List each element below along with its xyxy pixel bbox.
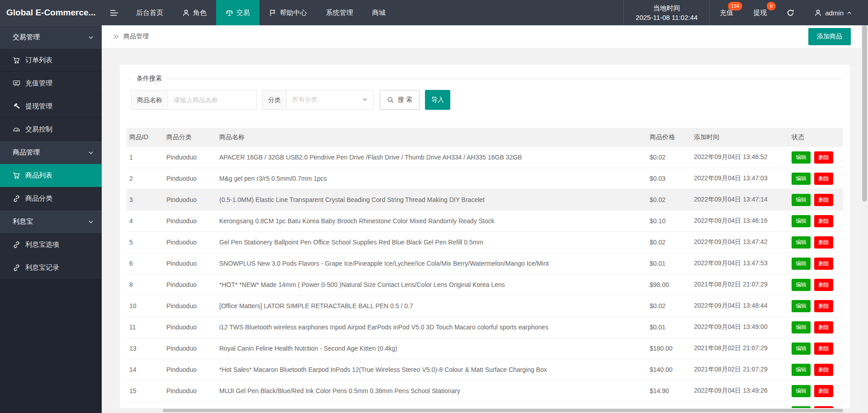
cell-product-price: $0.01 [647, 317, 691, 338]
section-interest-treasure[interactable]: 利息宝 [0, 210, 102, 233]
menu-order-list-label: 订单列表 [25, 56, 52, 65]
edit-button[interactable]: 编辑 [792, 151, 811, 164]
search-legend: 条件搜索 [132, 75, 166, 83]
delete-button[interactable]: 删除 [814, 173, 833, 185]
delete-button[interactable]: 删除 [814, 385, 833, 397]
cell-product-name: Royal Canin Feline Health Nutrition - Se… [217, 338, 647, 359]
menu-product-list[interactable]: 商品列表 [0, 164, 102, 187]
nav-dashboard-label: 后台首页 [136, 9, 163, 17]
menu-order-list[interactable]: 订单列表 [0, 49, 102, 72]
menu-recharge-management[interactable]: 充值管理 [0, 72, 102, 95]
nav-system[interactable]: 系统管理 [316, 0, 363, 25]
section-product-management[interactable]: 商品管理 [0, 141, 102, 164]
topbar: Global E-Commerce... 后台首页角色交易帮助中心系统管理商城 … [0, 0, 868, 25]
cell-product-price: $0.10 [647, 211, 691, 232]
edit-button[interactable]: 编辑 [792, 258, 811, 270]
edit-button[interactable]: 编辑 [792, 173, 811, 185]
edit-button[interactable]: 编辑 [792, 279, 811, 291]
cell-added-time: 2022年09月04日 13:49:26 [691, 380, 789, 402]
recharge-link[interactable]: 充值 134 [710, 0, 743, 25]
menu-interest-records[interactable]: 利息宝记录 [0, 256, 102, 279]
delete-button[interactable]: 删除 [814, 258, 833, 270]
search-button[interactable]: 搜 索 [380, 90, 420, 110]
user-name: admin [825, 9, 844, 17]
cell-product-price: $0.02 [647, 189, 691, 211]
add-product-button[interactable]: 添加商品 [808, 28, 851, 45]
menu-withdraw-management[interactable]: 提现管理 [0, 95, 102, 118]
cell-product-category: Pinduoduo [164, 296, 217, 317]
nav-mall[interactable]: 商城 [363, 0, 395, 25]
search-button-label: 搜 索 [398, 96, 412, 104]
delete-button[interactable]: 删除 [814, 300, 833, 312]
edit-button[interactable]: 编辑 [792, 385, 811, 397]
horizontal-scrollbar-thumb[interactable] [163, 409, 843, 412]
withdraw-link[interactable]: 提现 0 [743, 0, 777, 25]
delete-button[interactable]: 删除 [814, 194, 833, 206]
nav-trade[interactable]: 交易 [216, 0, 259, 25]
cell-added-time: 2022年09月04日 13:48:44 [691, 296, 789, 317]
cell-product-name: [Office Matters] LATOR SIMPLE RETRACTABL… [217, 296, 647, 317]
menu-interest-options-label: 利息宝选项 [25, 240, 59, 249]
menu-product-category[interactable]: 商品分类 [0, 187, 102, 210]
product-name-input[interactable] [168, 90, 257, 110]
edit-button[interactable]: 编辑 [792, 300, 811, 312]
cell-product-price: $0.02 [647, 232, 691, 253]
refresh-button[interactable] [777, 0, 804, 25]
nav-system-label: 系统管理 [326, 9, 353, 17]
vertical-scrollbar-thumb[interactable] [862, 25, 867, 202]
menu-interest-options[interactable]: 利息宝选项 [0, 233, 102, 256]
edit-button[interactable]: 编辑 [792, 343, 811, 355]
link-icon [13, 195, 20, 202]
product-name-group: 商品名称 [131, 90, 257, 110]
edit-button[interactable]: 编辑 [792, 321, 811, 333]
cell-actions: 编辑删除 [789, 274, 843, 296]
cell-product-id: 6 [127, 253, 164, 274]
delete-button[interactable]: 删除 [814, 151, 833, 164]
delete-button[interactable]: 删除 [814, 364, 833, 376]
edit-button[interactable]: 编辑 [792, 364, 811, 376]
cell-actions: 编辑删除 [789, 168, 843, 189]
cell-product-name: MUJI Gel Pen Black/Blue/Red Ink Color Pe… [217, 380, 647, 402]
edit-button[interactable]: 编辑 [792, 215, 811, 227]
delete-button[interactable]: 删除 [814, 279, 833, 291]
cell-product-category: Pinduoduo [164, 317, 217, 338]
menu-trade-control[interactable]: 交易控制 [0, 118, 102, 141]
link-icon [13, 241, 20, 249]
horizontal-scrollbar[interactable] [102, 408, 861, 413]
category-select[interactable]: 所有分类 [287, 90, 373, 110]
header-product-id: 商品ID [127, 128, 164, 147]
cell-product-price: $14.90 [647, 380, 691, 402]
nav-roles[interactable]: 角色 [173, 0, 216, 25]
chevron-down-icon [88, 219, 94, 225]
delete-button[interactable]: 删除 [814, 321, 833, 333]
app-logo: Global E-Commerce... [0, 0, 102, 25]
cell-product-name: Gel Pen Stationery Ballpoint Pen Office … [217, 232, 647, 253]
user-icon [814, 9, 822, 17]
chevron-down-icon [88, 150, 94, 155]
edit-button[interactable]: 编辑 [792, 236, 811, 249]
cell-product-name: (0.5-1.0MM) Elastic Line Transparent Cry… [217, 189, 647, 211]
header-status: 状态 [789, 128, 843, 147]
top-nav: 后台首页角色交易帮助中心系统管理商城 [102, 0, 395, 25]
nav-dashboard[interactable]: 后台首页 [127, 0, 173, 25]
vertical-scrollbar[interactable] [861, 25, 868, 408]
topbar-right: 当地时间 2025-11-08 11:02:44 充值 134 提现 0 adm… [623, 0, 868, 25]
menu-trade-control-label: 交易控制 [25, 125, 52, 134]
nav-menu-toggle[interactable] [102, 0, 127, 25]
cell-added-time: 2022年09月04日 13:47:53 [691, 253, 789, 274]
section-trade-management[interactable]: 交易管理 [0, 26, 102, 49]
edit-button[interactable]: 编辑 [792, 194, 811, 206]
cell-actions: 编辑删除 [789, 296, 843, 317]
cell-product-category: Pinduoduo [164, 147, 217, 168]
chevron-down-icon [88, 35, 94, 40]
table-row: 2PinduoduoM&g gel pen r3/r5 0.5mm/0.7mm … [127, 168, 843, 189]
user-menu[interactable]: admin [804, 0, 862, 25]
delete-button[interactable]: 删除 [814, 236, 833, 249]
import-button[interactable]: 导入 [425, 90, 450, 110]
link-icon [13, 264, 20, 272]
table-row: 14Pinduoduo*Hot Sales* Macaron Bluetooth… [127, 359, 843, 380]
delete-button[interactable]: 删除 [814, 215, 833, 227]
cell-added-time: 2021年08月02日 21:07:29 [691, 359, 789, 380]
nav-help-center[interactable]: 帮助中心 [259, 0, 316, 25]
delete-button[interactable]: 删除 [814, 343, 833, 355]
